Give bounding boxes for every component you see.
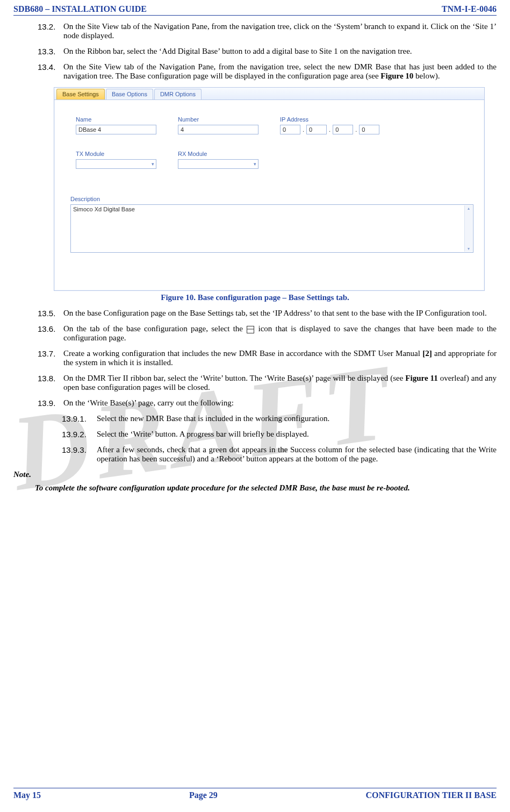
step-number: 13.3. — [38, 47, 63, 56]
ip-octet-1[interactable] — [280, 125, 300, 134]
config-tabstrip: Base Settings Base Options DMR Options — [54, 88, 484, 100]
ip-octet-2[interactable] — [306, 125, 327, 134]
step-number: 13.7. — [38, 349, 63, 367]
step-number: 13.6. — [38, 324, 63, 343]
step-text: On the base Configuration page on the Ba… — [63, 309, 497, 318]
label-ip: IP Address — [280, 116, 398, 123]
page-header: SDB680 – INSTALLATION GUIDE TNM-I-E-0046 — [13, 4, 497, 16]
substep-13-9-3: 13.9.3. After a few seconds, check that … — [62, 445, 497, 464]
substep-text: Select the ‘Write’ button. A progress ba… — [97, 430, 497, 439]
step-text: Create a working configuration that incl… — [63, 349, 497, 367]
substep-13-9-1: 13.9.1. Select the new DMR Base that is … — [62, 414, 497, 423]
step-number: 13.8. — [38, 374, 63, 392]
header-left: SDB680 – INSTALLATION GUIDE — [13, 4, 147, 14]
step-13-5: 13.5. On the base Configuration page on … — [38, 309, 497, 318]
ip-address-field[interactable]: . . . — [280, 125, 398, 134]
step-13-7: 13.7. Create a working configuration tha… — [38, 349, 497, 367]
page-footer: May 15 Page 29 CONFIGURATION TIER II BAS… — [13, 788, 497, 800]
step-13-6: 13.6. On the tab of the base configurati… — [38, 324, 497, 343]
label-tx-module: TX Module — [76, 151, 162, 157]
tab-dmr-options[interactable]: DMR Options — [154, 89, 202, 99]
step-text: On the Site View tab of the Navigation P… — [63, 22, 497, 40]
step-13-4: 13.4. On the Site View tab of the Naviga… — [38, 62, 497, 81]
step-number: 13.9. — [38, 398, 63, 408]
label-rx-module: RX Module — [178, 151, 264, 157]
header-right: TNM-I-E-0046 — [442, 4, 497, 14]
tab-base-settings[interactable]: Base Settings — [56, 89, 105, 99]
step-13-8: 13.8. On the DMR Tier II ribbon bar, sel… — [38, 374, 497, 392]
figure-10-screenshot: Base Settings Base Options DMR Options N… — [54, 87, 485, 291]
note-body: To complete the software configuration u… — [35, 483, 475, 493]
scrollbar[interactable] — [464, 205, 472, 252]
step-number: 13.2. — [38, 22, 63, 40]
step-text: On the DMR Tier II ribbon bar, select th… — [63, 374, 497, 392]
substep-number: 13.9.1. — [62, 414, 97, 423]
label-name: Name — [76, 116, 162, 123]
step-text: On the tab of the base configuration pag… — [63, 324, 497, 343]
rx-module-select[interactable] — [178, 159, 258, 169]
footer-center: Page 29 — [189, 790, 218, 800]
step-text: On the Site View tab of the Navigation P… — [63, 62, 497, 81]
tx-module-select[interactable] — [76, 159, 156, 169]
name-field[interactable] — [76, 125, 156, 134]
number-field[interactable] — [178, 125, 258, 134]
substep-number: 13.9.3. — [62, 445, 97, 464]
substep-text: After a few seconds, check that a green … — [97, 445, 497, 464]
step-text: On the Ribbon bar, select the ‘Add Digit… — [63, 47, 497, 56]
figure-10-caption: Figure 10. Base configuration page – Bas… — [13, 293, 497, 302]
substep-number: 13.9.2. — [62, 430, 97, 439]
step-13-2: 13.2. On the Site View tab of the Naviga… — [38, 22, 497, 40]
substep-text: Select the new DMR Base that is included… — [97, 414, 497, 423]
note-label: Note. — [13, 470, 497, 479]
substep-13-9-2: 13.9.2. Select the ‘Write’ button. A pro… — [62, 430, 497, 439]
step-13-9: 13.9. On the ‘Write Base(s)’ page, carry… — [38, 398, 497, 408]
step-number: 13.4. — [38, 62, 63, 81]
step-number: 13.5. — [38, 309, 63, 318]
label-description: Description — [70, 196, 473, 202]
label-number: Number — [178, 116, 264, 123]
description-textarea[interactable]: Simoco Xd Digital Base — [70, 204, 473, 253]
step-text: On the ‘Write Base(s)’ page, carry out t… — [63, 398, 497, 408]
ip-octet-4[interactable] — [359, 125, 379, 134]
save-icon — [247, 326, 254, 333]
footer-left: May 15 — [13, 790, 41, 800]
ip-octet-3[interactable] — [333, 125, 353, 134]
step-13-3: 13.3. On the Ribbon bar, select the ‘Add… — [38, 47, 497, 56]
tab-base-options[interactable]: Base Options — [106, 89, 153, 99]
footer-right: CONFIGURATION TIER II BASE — [366, 790, 497, 800]
